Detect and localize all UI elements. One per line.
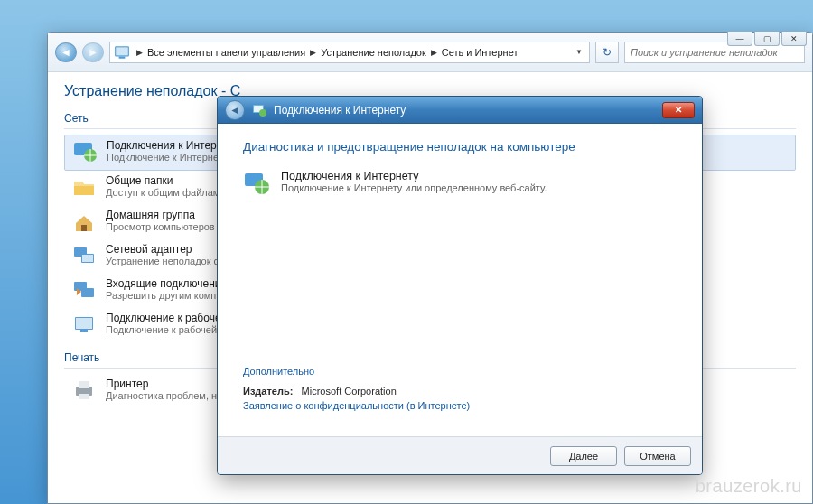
wizard-option-subtitle: Подключение к Интернету или определенном… [281, 182, 547, 193]
list-item-subtitle: Устранение неполадок се [106, 256, 224, 266]
list-item-title: Сетевой адаптер [106, 243, 224, 256]
network-adapter-icon [71, 243, 97, 268]
breadcrumb-item[interactable]: Все элементы панели управления [145, 47, 307, 58]
svg-rect-13 [80, 330, 88, 332]
nav-forward-button[interactable]: ► [82, 42, 104, 62]
troubleshoot-icon [252, 103, 266, 117]
list-item-subtitle: Просмотр компьютеров [106, 221, 215, 232]
wizard-option[interactable]: Подключения к Интернету Подключение к Ин… [243, 170, 677, 197]
svg-rect-10 [81, 288, 94, 297]
publisher-line: Издатель: Microsoft Corporation [243, 386, 677, 397]
internet-globe-icon [243, 170, 270, 197]
printer-icon [71, 378, 97, 403]
address-bar[interactable]: ▶ Все элементы панели управления ▶ Устра… [109, 42, 590, 63]
chevron-right-icon: ▶ [428, 48, 440, 57]
wizard-close-button[interactable]: ✕ [662, 102, 695, 118]
close-button[interactable]: ✕ [781, 32, 807, 46]
breadcrumb-item[interactable]: Устранение неполадок [319, 47, 428, 58]
wizard-option-title: Подключения к Интернету [281, 170, 547, 182]
svg-rect-15 [79, 381, 89, 388]
troubleshoot-wizard: ◄ Подключения к Интернету ✕ Диагностика … [217, 96, 703, 475]
list-item-title: Принтер [106, 378, 222, 390]
svg-rect-2 [119, 56, 126, 58]
chevron-right-icon: ▶ [307, 48, 319, 57]
cancel-button[interactable]: Отмена [624, 446, 691, 466]
publisher-label: Издатель: [243, 386, 293, 397]
list-item-subtitle: Разрешить другим компь [106, 290, 227, 301]
list-item-subtitle: Диагностика проблем, не [106, 390, 222, 401]
svg-point-19 [259, 109, 266, 117]
svg-rect-12 [76, 318, 92, 329]
list-item-subtitle: Подключение к рабочей [106, 324, 229, 335]
watermark: brauzerok.ru [696, 476, 802, 497]
list-item-title: Подключение к рабочем [106, 312, 229, 324]
wizard-title: Подключения к Интернету [274, 104, 406, 117]
wizard-footer: Далее Отмена [218, 436, 702, 474]
next-button[interactable]: Далее [550, 446, 617, 466]
list-item-subtitle: Подключение к Интернет [107, 152, 233, 163]
wizard-back-button[interactable]: ◄ [225, 100, 245, 120]
internet-globe-icon [72, 139, 98, 164]
chevron-down-icon[interactable]: ▼ [573, 48, 585, 56]
nav-back-button[interactable]: ◄ [55, 42, 77, 62]
svg-rect-5 [81, 225, 87, 231]
breadcrumb-item[interactable]: Сеть и Интернет [440, 47, 520, 58]
wizard-titlebar: ◄ Подключения к Интернету ✕ [218, 97, 702, 124]
control-panel-icon [114, 44, 130, 61]
list-item-title: Входящие подключения [106, 277, 227, 290]
maximize-button[interactable]: ▢ [754, 32, 780, 46]
list-item-title: Подключения к Интернет [107, 139, 233, 152]
publisher-value: Microsoft Corporation [302, 386, 397, 397]
incoming-connections-icon [71, 277, 97, 303]
svg-rect-16 [79, 394, 89, 399]
workplace-connection-icon [71, 312, 97, 337]
shared-folder-icon [71, 174, 97, 200]
window-controls: — ▢ ✕ [727, 32, 807, 46]
wizard-heading: Диагностика и предотвращение неполадок н… [243, 140, 677, 154]
svg-rect-1 [116, 47, 128, 55]
chevron-right-icon: ▶ [134, 48, 145, 57]
minimize-button[interactable]: — [727, 32, 752, 46]
list-item-title: Домашняя группа [106, 209, 215, 221]
homegroup-icon [71, 209, 97, 234]
navigation-bar: ◄ ► ▶ Все элементы панели управления ▶ У… [48, 33, 812, 72]
wizard-links: Дополнительно Издатель: Microsoft Corpor… [243, 366, 677, 420]
svg-rect-8 [82, 255, 93, 262]
advanced-link[interactable]: Дополнительно [243, 366, 677, 377]
wizard-body: Диагностика и предотвращение неполадок н… [218, 124, 702, 436]
refresh-button[interactable]: ↻ [595, 42, 619, 63]
list-item-subtitle: Доступ к общим файлам [106, 187, 220, 198]
list-item-title: Общие папки [106, 174, 220, 187]
privacy-link[interactable]: Заявление о конфиденциальности (в Интерн… [243, 400, 677, 411]
